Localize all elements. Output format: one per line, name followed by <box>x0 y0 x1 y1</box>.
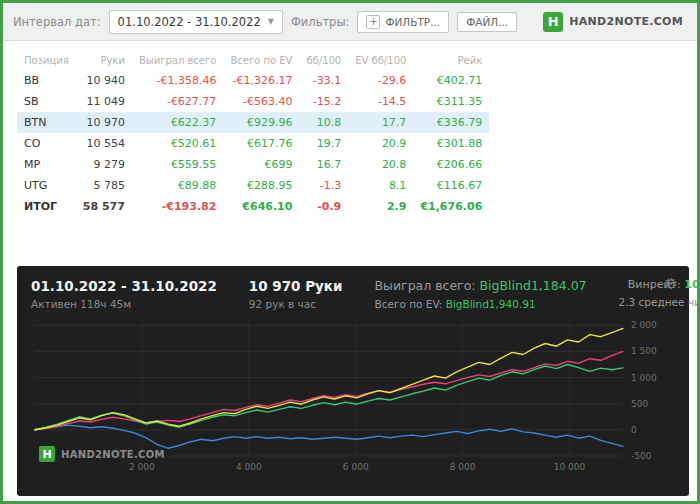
cell: -29.6 <box>348 70 413 91</box>
cell: -1.3 <box>299 175 348 196</box>
cell: 10 970 <box>76 112 132 133</box>
table-row[interactable]: MP9 279€559.55€69916.720.8€206.66 <box>17 154 489 175</box>
panel-hands-per-hour: 92 рук в час <box>249 298 343 310</box>
table-row[interactable]: BB10 940-€1,358.46-€1,326.17-33.1-29.6€4… <box>17 70 489 91</box>
column-header: Руки <box>76 51 132 70</box>
cell: 2.9 <box>348 196 413 217</box>
column-header: Всего по EV <box>223 51 299 70</box>
cell: -€1,358.46 <box>132 70 223 91</box>
cell: €336.79 <box>413 112 489 133</box>
cell: €311.35 <box>413 91 489 112</box>
svg-text:2 000: 2 000 <box>129 462 155 472</box>
cell: €301.88 <box>413 133 489 154</box>
cell: -15.2 <box>299 91 348 112</box>
column-header: Рейк <box>413 51 489 70</box>
date-range-value: 01.10.2022 - 31.10.2022 <box>118 15 261 29</box>
cell: 11 049 <box>76 91 132 112</box>
panel-avg-tables: 2.3 среднее число столов <box>619 296 700 308</box>
svg-text:0: 0 <box>631 425 637 435</box>
table-row[interactable]: ИТОГ58 577-€193.82€646.10-0.92.9€1,676.0… <box>17 196 489 217</box>
table-row[interactable]: CO10 554€520.61€617.7619.720.9€301.88 <box>17 133 489 154</box>
add-filter-button[interactable]: + ФИЛЬТР... <box>357 11 449 33</box>
cell: 9 279 <box>76 154 132 175</box>
cell: SB <box>17 91 76 112</box>
panel-ev-line: Всего по EV: BigBlind1,940.91 <box>375 298 587 310</box>
column-header: бб/100 <box>299 51 348 70</box>
panel-won-line: Выиграл всего: BigBlind1,184.07 <box>375 278 587 293</box>
hand2note-logo-icon: H <box>543 12 563 32</box>
cell: BTN <box>17 112 76 133</box>
cell: 19.7 <box>299 133 348 154</box>
gear-icon[interactable]: ⚙ <box>665 275 678 293</box>
panel-hands-group: 10 970 Руки 92 рук в час <box>249 278 343 310</box>
svg-text:1 500: 1 500 <box>631 346 657 356</box>
table-row[interactable]: SB11 049-€627.77-€563.40-15.2-14.5€311.3… <box>17 91 489 112</box>
cell: -€563.40 <box>223 91 299 112</box>
cell: €1,676.06 <box>413 196 489 217</box>
svg-text:6 000: 6 000 <box>343 462 369 472</box>
panel-winrate-group: Винрейт: 10.79 бб/100 2.3 среднее число … <box>619 278 700 308</box>
cell: -14.5 <box>348 91 413 112</box>
cell: €116.67 <box>413 175 489 196</box>
panel-winrate-line: Винрейт: 10.79 бб/100 <box>619 278 700 291</box>
cell: €559.55 <box>132 154 223 175</box>
chevron-down-icon: ▼ <box>268 17 274 26</box>
cell: €646.10 <box>223 196 299 217</box>
svg-text:2 000: 2 000 <box>631 320 657 330</box>
cell: 10 554 <box>76 133 132 154</box>
add-filter-label: ФИЛЬТР... <box>385 16 440 28</box>
svg-text:8 000: 8 000 <box>450 462 476 472</box>
svg-text:1 000: 1 000 <box>631 373 657 383</box>
panel-date-range: 01.10.2022 - 31.10.2022 <box>31 278 217 294</box>
cell: €617.76 <box>223 133 299 154</box>
ev-value: BigBlind1,940.91 <box>446 298 536 310</box>
cell: 8.1 <box>348 175 413 196</box>
cell: 20.9 <box>348 133 413 154</box>
cell: 10 940 <box>76 70 132 91</box>
cell: -0.9 <box>299 196 348 217</box>
series-pink-line <box>35 351 623 429</box>
date-interval-label: Интервал дат: <box>13 15 101 29</box>
column-header: EV бб/100 <box>348 51 413 70</box>
hand2note-logo-icon: H <box>39 446 55 462</box>
cell: 58 577 <box>76 196 132 217</box>
cell: 10.8 <box>299 112 348 133</box>
cell: ИТОГ <box>17 196 76 217</box>
cell: €622.37 <box>132 112 223 133</box>
cell: BB <box>17 70 76 91</box>
cell: -€1,326.17 <box>223 70 299 91</box>
chart-watermark: H HAND2NOTE.COM <box>39 446 165 462</box>
cell: €699 <box>223 154 299 175</box>
svg-text:-500: -500 <box>631 451 652 461</box>
brand-text: HAND2NOTE.COM <box>569 15 683 28</box>
file-button[interactable]: ФАЙЛ... <box>457 12 517 32</box>
date-range-selector[interactable]: 01.10.2022 - 31.10.2022 ▼ <box>109 10 283 34</box>
svg-text:10 000: 10 000 <box>554 462 586 472</box>
column-header: Выиграл всего <box>132 51 223 70</box>
cell: 20.8 <box>348 154 413 175</box>
panel-active-time: Активен 118ч 45м <box>31 298 217 310</box>
panel-winnings-group: Выиграл всего: BigBlind1,184.07 Всего по… <box>375 278 587 310</box>
file-button-label: ФАЙЛ... <box>466 16 508 28</box>
table-row[interactable]: UTG5 785€89.88€288.95-1.38.1€116.67 <box>17 175 489 196</box>
svg-text:4 000: 4 000 <box>236 462 262 472</box>
cell: -33.1 <box>299 70 348 91</box>
cell: -€193.82 <box>132 196 223 217</box>
cell: MP <box>17 154 76 175</box>
winnings-chart: 2 0004 0006 0008 00010 0002 0001 5001 00… <box>31 316 675 484</box>
hand2note-window: Интервал дат: 01.10.2022 - 31.10.2022 ▼ … <box>0 0 700 504</box>
panel-date-group: 01.10.2022 - 31.10.2022 Активен 118ч 45м <box>31 278 217 310</box>
table-header: ПозицияРукиВыиграл всегоВсего по EVбб/10… <box>17 51 489 70</box>
cell: -€627.77 <box>132 91 223 112</box>
ev-label: Всего по EV: <box>375 298 446 310</box>
cell: €89.88 <box>132 175 223 196</box>
won-value: BigBlind1,184.07 <box>480 278 587 293</box>
cell: €929.96 <box>223 112 299 133</box>
cell: 5 785 <box>76 175 132 196</box>
cell: 16.7 <box>299 154 348 175</box>
table-row[interactable]: BTN10 970€622.37€929.9610.817.7€336.79 <box>17 112 489 133</box>
cell: €206.66 <box>413 154 489 175</box>
cell: 17.7 <box>348 112 413 133</box>
toolbar: Интервал дат: 01.10.2022 - 31.10.2022 ▼ … <box>3 3 697 41</box>
graph-panel: ⚙ 01.10.2022 - 31.10.2022 Активен 118ч 4… <box>17 266 689 496</box>
